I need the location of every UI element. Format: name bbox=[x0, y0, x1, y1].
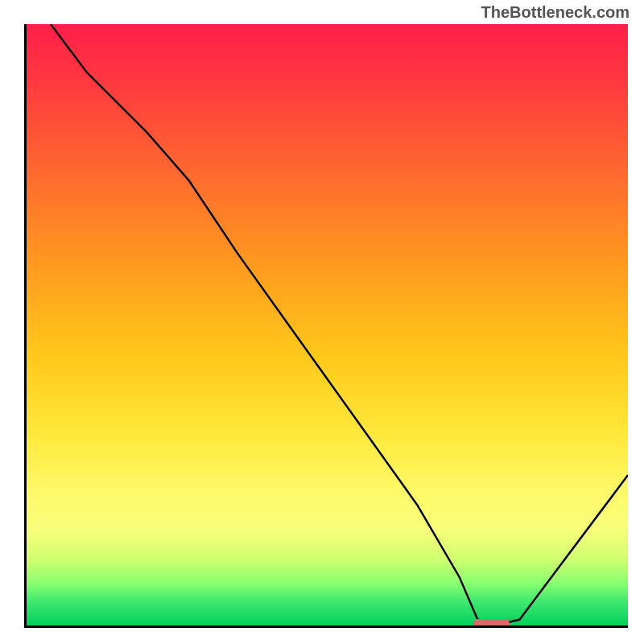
watermark-text: TheBottleneck.com bbox=[481, 3, 630, 22]
optimal-range-marker bbox=[473, 619, 510, 628]
chart-plot-area bbox=[24, 24, 628, 628]
bottleneck-curve bbox=[27, 24, 628, 625]
